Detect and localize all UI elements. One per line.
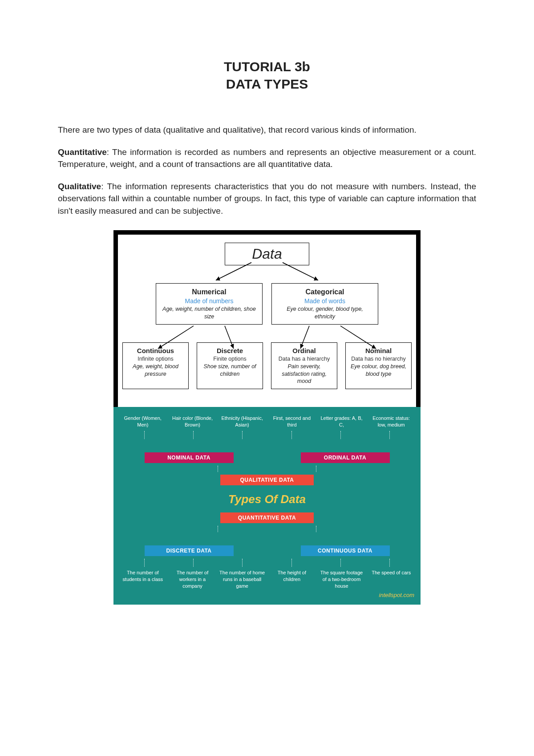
types-of-data-infographic: Gender (Women, Men) Hair color (Blonde, … <box>113 407 421 605</box>
node-continuous: Continuous Infinite options Age, weight,… <box>122 342 189 390</box>
nominal-bar: NOMINAL DATA <box>145 452 234 463</box>
top-examples-row: Gender (Women, Men) Hair color (Blonde, … <box>120 415 414 428</box>
qualitative-label: Qualitative <box>58 182 101 191</box>
node-title: Continuous <box>127 346 184 355</box>
title-line-2: DATA TYPES <box>58 75 476 93</box>
node-subtitle: Finite options <box>202 355 258 363</box>
title-line-1: TUTORIAL 3b <box>58 58 476 75</box>
node-examples: Pain severity, satisfaction rating, mood <box>276 363 332 386</box>
example-item: Gender (Women, Men) <box>120 415 166 428</box>
node-discrete: Discrete Finite options Shoe size, numbe… <box>197 342 263 390</box>
node-examples: Eye colour, gender, blood type, ethnicit… <box>276 305 373 321</box>
example-item: First, second and third <box>269 415 315 428</box>
node-nominal: Nominal Data has no hierarchy Eye colour… <box>345 342 412 390</box>
example-item: The speed of cars <box>368 569 414 589</box>
infographic-credit: intellspot.com <box>120 592 414 598</box>
quantitative-text: : The information is recorded as numbers… <box>58 147 476 169</box>
node-subtitle: Infinite options <box>127 355 184 363</box>
qualitative-paragraph: Qualitative: The information represents … <box>58 180 476 217</box>
node-examples: Age, weight, number of children, shoe si… <box>161 305 258 321</box>
ordinal-bar: ORDINAL DATA <box>301 452 390 463</box>
node-title: Nominal <box>350 346 407 355</box>
node-title: Ordinal <box>276 346 332 355</box>
example-item: Hair color (Blonde, Brown) <box>170 415 216 428</box>
nominal-ordinal-row: NOMINAL DATA ORDINAL DATA <box>120 452 414 463</box>
node-subtitle: Data has a hierarchy <box>276 355 332 363</box>
discrete-bar: DISCRETE DATA <box>145 545 234 556</box>
example-item: Ethnicity (Hispanic, Asian) <box>219 415 265 428</box>
continuous-bar: CONTINUOUS DATA <box>301 545 390 556</box>
page-title-block: TUTORIAL 3b DATA TYPES <box>58 58 476 93</box>
qualitative-text: : The information represents characteris… <box>58 182 476 215</box>
node-examples: Shoe size, number of children <box>202 363 258 378</box>
node-examples: Eye colour, dog breed, blood type <box>350 363 407 378</box>
example-item: The number of workers in a company <box>170 569 216 589</box>
node-categorical: Categorical Made of words Eye colour, ge… <box>271 283 378 324</box>
bottom-examples-row: The number of students in a class The nu… <box>120 569 414 589</box>
infographic-title: Types Of Data <box>120 492 414 506</box>
node-subtitle: Made of numbers <box>161 297 258 305</box>
qualitative-bar: QUALITATIVE DATA <box>220 475 314 485</box>
node-ordinal: Ordinal Data has a hierarchy Pain severi… <box>271 342 337 390</box>
node-subtitle: Data has no hierarchy <box>350 355 407 363</box>
node-examples: Age, weight, blood pressure <box>127 363 184 378</box>
diagram-root-node: Data <box>225 243 309 265</box>
node-numerical: Numerical Made of numbers Age, weight, n… <box>156 283 263 324</box>
discrete-continuous-row: DISCRETE DATA CONTINUOUS DATA <box>120 545 414 556</box>
example-item: The height of children <box>269 569 315 589</box>
intro-paragraph: There are two types of data (qualitative… <box>58 124 476 136</box>
example-item: The number of students in a class <box>120 569 166 589</box>
node-title: Numerical <box>161 287 258 297</box>
quantitative-label: Quantitative <box>58 147 107 157</box>
example-item: The square footage of a two-bedroom hous… <box>319 569 365 589</box>
example-item: Economic status: low, medium <box>368 415 414 428</box>
example-item: The number of home runs in a baseball ga… <box>219 569 265 589</box>
quantitative-bar: QUANTITATIVE DATA <box>220 512 314 523</box>
quantitative-paragraph: Quantitative: The information is recorde… <box>58 146 476 171</box>
example-item: Letter grades: A, B, C, <box>319 415 365 428</box>
node-subtitle: Made of words <box>276 297 373 305</box>
data-hierarchy-diagram: Data Numerical Made of numbers Age, weig… <box>113 230 421 407</box>
node-title: Categorical <box>276 287 373 297</box>
node-title: Discrete <box>202 346 258 355</box>
